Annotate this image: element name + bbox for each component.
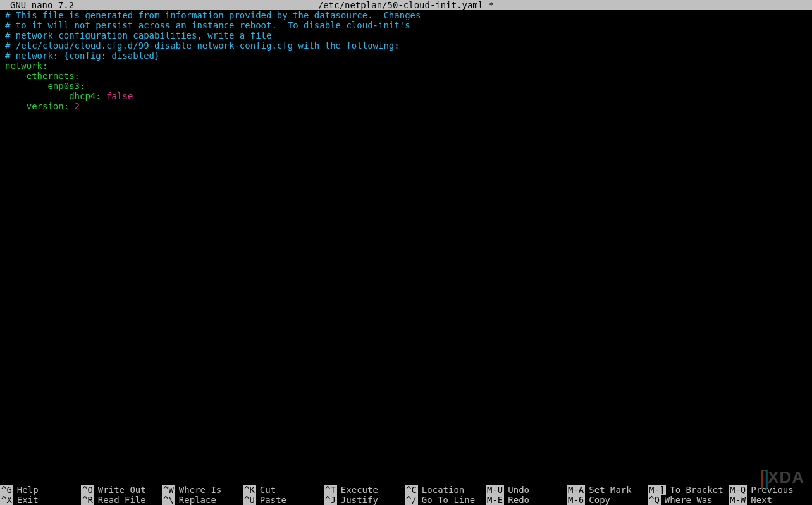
title-bar: GNU nano 7.2 /etc/netplan/50-cloud-init.… — [0, 0, 812, 10]
shortcut-key: ^J — [324, 495, 337, 505]
shortcut-item[interactable]: M-WNext — [729, 495, 812, 505]
shortcut-row-1: ^GHelp^OWrite Out^WWhere Is^KCut^TExecut… — [0, 485, 812, 495]
comment-text: # network configuration capabilities, wr… — [5, 30, 271, 40]
watermark-text: XDA — [768, 472, 804, 482]
comment-text: # This file is generated from informatio… — [5, 10, 421, 20]
editor-line: enp0s3: — [5, 81, 812, 91]
shortcut-item[interactable]: ^GHelp — [0, 485, 81, 495]
shortcut-key: M-W — [729, 495, 747, 505]
shortcut-item[interactable]: ^TExecute — [324, 485, 405, 495]
shortcut-label: To Bracket — [666, 485, 723, 495]
shortcut-label: Next — [747, 495, 772, 505]
shortcut-label: Copy — [585, 495, 610, 505]
shortcut-label: Replace — [175, 495, 216, 505]
shortcut-key: ^X — [0, 495, 13, 505]
shortcut-key: ^T — [324, 485, 337, 495]
editor-line: # to it will not persist across an insta… — [5, 20, 812, 30]
shortcut-label: Redo — [504, 495, 529, 505]
comment-text: # network: {config: disabled} — [5, 51, 159, 61]
shortcut-label: Write Out — [94, 485, 146, 495]
editor-line: # network: {config: disabled} — [5, 51, 812, 61]
shortcut-item[interactable]: ^XExit — [0, 495, 81, 505]
shortcut-key: ^G — [0, 485, 13, 495]
watermark: [ ] XDA — [760, 472, 804, 482]
yaml-value: false — [101, 91, 133, 101]
shortcut-item[interactable]: ^UPaste — [243, 495, 324, 505]
shortcut-label: Read File — [94, 495, 146, 505]
shortcut-item[interactable]: ^\Replace — [162, 495, 243, 505]
shortcut-label: Cut — [256, 485, 276, 495]
shortcut-label: Go To Line — [418, 495, 475, 505]
editor-area[interactable]: # This file is generated from informatio… — [0, 10, 812, 485]
shortcut-label: Location — [418, 485, 464, 495]
shortcut-key: M-6 — [567, 495, 585, 505]
shortcut-key: M-U — [486, 485, 504, 495]
shortcut-bar: ^GHelp^OWrite Out^WWhere Is^KCut^TExecut… — [0, 485, 812, 505]
editor-line: # This file is generated from informatio… — [5, 10, 812, 20]
indent — [5, 81, 47, 91]
comment-text: # /etc/cloud/cloud.cfg.d/99-disable-netw… — [5, 40, 400, 51]
indent — [5, 71, 27, 81]
shortcut-key: ^O — [81, 485, 94, 495]
shortcut-item[interactable]: ^WWhere Is — [162, 485, 243, 495]
editor-line: # /etc/cloud/cloud.cfg.d/99-disable-netw… — [5, 40, 812, 51]
yaml-value: 2 — [69, 101, 80, 111]
shortcut-item[interactable]: ^OWrite Out — [81, 485, 162, 495]
yaml-key: network: — [5, 61, 47, 71]
shortcut-item[interactable]: M-]To Bracket — [648, 485, 729, 495]
editor-line: version: 2 — [5, 101, 812, 111]
shortcut-key: ^W — [162, 485, 175, 495]
shortcut-key: M-] — [648, 485, 666, 495]
shortcut-label: Execute — [337, 485, 378, 495]
file-name: /etc/netplan/50-cloud-init.yaml * — [0, 0, 812, 10]
shortcut-item[interactable]: ^KCut — [243, 485, 324, 495]
shortcut-label: Exit — [13, 495, 39, 505]
yaml-key: enp0s3: — [47, 81, 85, 91]
shortcut-row-2: ^XExit^RRead File^\Replace^UPaste^JJusti… — [0, 495, 812, 505]
shortcut-key: M-Q — [729, 485, 747, 495]
shortcut-key: M-E — [486, 495, 504, 505]
yaml-key: dhcp4: — [69, 91, 101, 101]
shortcut-label: Help — [13, 485, 39, 495]
shortcut-key: ^\ — [162, 495, 175, 505]
shortcut-key: ^/ — [405, 495, 418, 505]
shortcut-item[interactable]: ^QWhere Was — [648, 495, 729, 505]
shortcut-key: M-A — [567, 485, 585, 495]
editor-line: ethernets: — [5, 71, 812, 81]
shortcut-item[interactable]: ^CLocation — [405, 485, 486, 495]
yaml-key: version: — [27, 101, 69, 111]
shortcut-item[interactable]: M-6Copy — [567, 495, 648, 505]
yaml-key: ethernets: — [27, 71, 80, 81]
shortcut-label: Justify — [337, 495, 378, 505]
shortcut-item[interactable]: M-ERedo — [486, 495, 567, 505]
indent — [5, 101, 27, 111]
shortcut-item[interactable]: M-UUndo — [486, 485, 567, 495]
editor-line: dhcp4: false — [5, 91, 812, 101]
shortcut-key: ^R — [81, 495, 94, 505]
watermark-bracket-close-icon: ] — [763, 472, 766, 482]
comment-text: # to it will not persist across an insta… — [5, 20, 410, 30]
shortcut-key: ^U — [243, 495, 256, 505]
shortcut-label: Where Is — [175, 485, 221, 495]
shortcut-label: Undo — [504, 485, 529, 495]
indent — [5, 91, 69, 101]
shortcut-key: ^K — [243, 485, 256, 495]
shortcut-label: Set Mark — [585, 485, 631, 495]
editor-line: network: — [5, 61, 812, 71]
shortcut-item[interactable]: M-ASet Mark — [567, 485, 648, 495]
editor-line: # network configuration capabilities, wr… — [5, 30, 812, 40]
shortcut-label: Where Was — [661, 495, 713, 505]
shortcut-item[interactable]: ^/Go To Line — [405, 495, 486, 505]
shortcut-label: Paste — [256, 495, 286, 505]
shortcut-key: ^Q — [648, 495, 661, 505]
shortcut-key: ^C — [405, 485, 418, 495]
shortcut-item[interactable]: ^JJustify — [324, 495, 405, 505]
shortcut-item[interactable]: ^RRead File — [81, 495, 162, 505]
